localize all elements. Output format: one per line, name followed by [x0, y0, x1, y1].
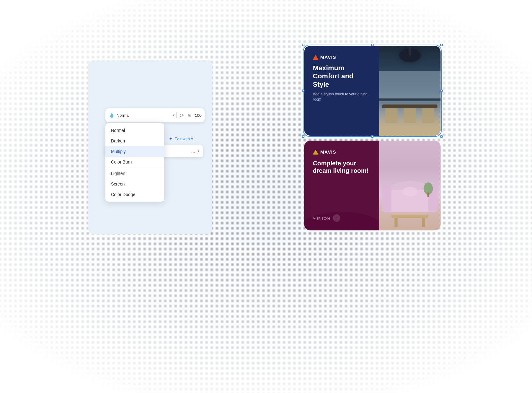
blend-option-lighten[interactable]: Lighten: [105, 168, 164, 179]
handle-bl[interactable]: [302, 135, 304, 138]
edit-ai-label: Edit with AI: [175, 137, 194, 141]
svg-rect-6: [422, 107, 435, 123]
living-svg: [379, 141, 441, 230]
blend-mode-select[interactable]: 💧 Normal ▾: [109, 112, 175, 118]
toolbar-divider: [176, 112, 177, 118]
grid-icon: ⊞: [187, 112, 193, 118]
blend-mode-dropdown: Normal Darken Multiply Color Burn Lighte…: [105, 123, 164, 202]
kitchen-image: [379, 46, 441, 136]
svg-rect-1: [409, 46, 411, 55]
blend-option-normal[interactable]: Normal: [105, 125, 164, 136]
svg-rect-12: [392, 215, 428, 218]
handle-mr[interactable]: [440, 90, 443, 92]
mavis-brand-text-1: MAVIS: [320, 55, 336, 60]
card2-wrapper: MAVIS Complete your dream living room! V…: [304, 141, 441, 230]
blend-option-screen[interactable]: Screen: [105, 179, 164, 189]
svg-rect-10: [382, 184, 392, 212]
svg-rect-14: [422, 218, 425, 227]
blend-drop-icon: 💧: [109, 112, 115, 118]
card1-title: Maximum Comfort and Style: [313, 64, 370, 89]
svg-point-17: [402, 187, 418, 196]
mavis-logo-2: MAVIS: [313, 149, 370, 155]
ad-card-2[interactable]: MAVIS Complete your dream living room! V…: [304, 141, 441, 230]
svg-rect-5: [404, 107, 416, 123]
toolbar-row: 💧 Normal ▾ ◎ ⊞ 100: [105, 108, 205, 122]
blend-option-multiply[interactable]: Multiply: [105, 146, 164, 157]
svg-rect-2: [379, 71, 441, 102]
secondary-chevron-icon[interactable]: ▾: [197, 149, 199, 153]
card2-image: [379, 141, 441, 230]
opacity-value[interactable]: 100: [195, 113, 202, 118]
living-room-image: [379, 141, 441, 230]
target-icon: ◎: [179, 112, 185, 118]
blend-mode-label: Normal: [117, 113, 171, 118]
card1-wrapper: MAVIS Maximum Comfort and Style Add a st…: [304, 46, 441, 136]
mavis-brand-text-2: MAVIS: [320, 149, 336, 155]
ad-card-1[interactable]: MAVIS Maximum Comfort and Style Add a st…: [304, 46, 441, 136]
blend-option-color-burn[interactable]: Color Burn: [105, 157, 164, 167]
blend-option-color-dodge[interactable]: Color Dodge: [105, 189, 164, 200]
cards-container: MAVIS Maximum Comfort and Style Add a st…: [304, 46, 441, 230]
kitchen-svg: [379, 46, 441, 136]
blend-option-darken[interactable]: Darken: [105, 136, 164, 146]
secondary-dots: ...: [191, 149, 195, 154]
svg-rect-16: [427, 193, 429, 197]
handle-br[interactable]: [440, 135, 443, 138]
handle-tr[interactable]: [440, 44, 443, 46]
mavis-triangle-icon-1: [313, 55, 318, 60]
card1-content: MAVIS Maximum Comfort and Style Add a st…: [304, 46, 379, 136]
mavis-logo-1: MAVIS: [313, 55, 370, 60]
svg-rect-4: [385, 107, 398, 123]
mavis-triangle-icon-2: [313, 150, 318, 155]
card2-content: MAVIS Complete your dream living room! V…: [304, 141, 379, 230]
card1-image: [379, 46, 441, 136]
card2-title: Complete your dream living room!: [313, 159, 370, 174]
handle-bm[interactable]: [371, 135, 374, 138]
main-area: 💧 Normal ▾ ◎ ⊞ 100 Normal Darken Multipl…: [0, 0, 532, 393]
svg-rect-7: [382, 105, 437, 108]
handle-tl[interactable]: [302, 44, 304, 46]
card1-subtitle: Add a stylish touch to your dining room: [313, 92, 370, 102]
ai-sparkle-icon: ✦: [169, 136, 173, 141]
svg-rect-3: [379, 98, 441, 101]
svg-rect-13: [395, 218, 398, 227]
edit-with-ai-button[interactable]: ✦ Edit with AI: [169, 136, 194, 141]
blend-chevron-icon: ▾: [173, 113, 175, 117]
